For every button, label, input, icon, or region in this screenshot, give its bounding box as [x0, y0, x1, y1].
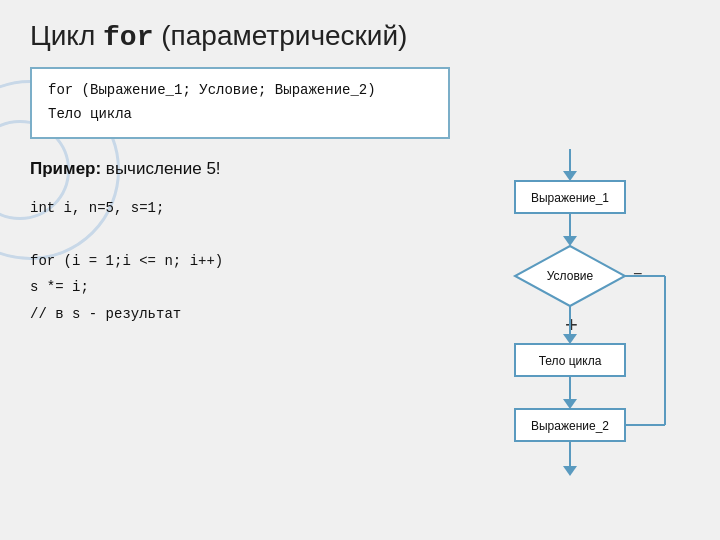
svg-marker-7 — [563, 334, 577, 344]
content-area: Пример: вычисление 5! int i, n=5, s=1; f… — [30, 159, 690, 540]
node4-label: Тело цикла — [539, 354, 602, 368]
syntax-line2: Тело цикла — [48, 103, 432, 127]
svg-marker-10 — [563, 399, 577, 409]
node5-label: Выражение_2 — [531, 419, 609, 433]
page-title: Цикл for (параметрический) — [30, 20, 690, 53]
minus-label: − — [633, 265, 642, 282]
code-line3: for (i = 1;i <= n; i++) — [30, 248, 450, 275]
node2-label: Условие — [547, 269, 594, 283]
code-line5: // в s - результат — [30, 301, 450, 328]
node1-label: Выражение_1 — [531, 191, 609, 205]
svg-marker-1 — [563, 171, 577, 181]
syntax-line1: for (Выражение_1; Условие; Выражение_2) — [48, 79, 432, 103]
title-keyword: for — [103, 22, 153, 53]
page-container: Цикл for (параметрический) for (Выражени… — [0, 0, 720, 540]
flowchart-svg: Выражение_1 Условие − + Тело цикла — [470, 149, 690, 540]
left-content: Пример: вычисление 5! int i, n=5, s=1; f… — [30, 159, 450, 328]
title-prefix: Цикл — [30, 20, 103, 51]
example-description: вычисление 5! — [101, 159, 220, 178]
code-line4: s *= i; — [30, 274, 450, 301]
code-line1: int i, n=5, s=1; — [30, 195, 450, 222]
title-suffix: (параметрический) — [153, 20, 407, 51]
svg-marker-4 — [563, 236, 577, 246]
svg-marker-16 — [563, 466, 577, 476]
code-block: int i, n=5, s=1; for (i = 1;i <= n; i++)… — [30, 195, 450, 328]
example-label: Пример: вычисление 5! — [30, 159, 450, 179]
code-line2 — [30, 221, 450, 248]
syntax-box: for (Выражение_1; Условие; Выражение_2) … — [30, 67, 450, 139]
plus-label: + — [565, 312, 578, 337]
flowchart: Выражение_1 Условие − + Тело цикла — [470, 149, 690, 540]
example-bold: Пример: — [30, 159, 101, 178]
